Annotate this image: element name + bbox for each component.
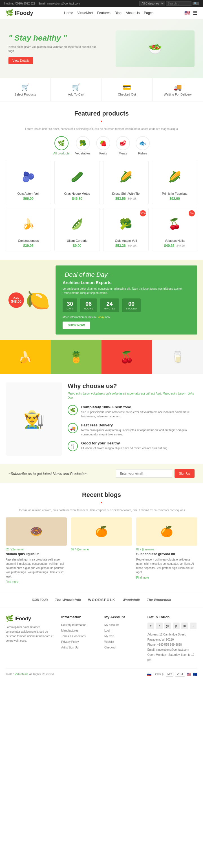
social-google[interactable]: g+ — [164, 623, 171, 629]
blog-more-0[interactable]: Find more — [6, 580, 67, 583]
vegetables-icon: 🥦 — [76, 136, 90, 150]
product-card[interactable]: 🥒 Cras Neque Metus $46.80 — [54, 161, 100, 204]
product-card[interactable]: 🌽 Dress Shirt With Tie $53.56 $64.88 — [103, 161, 149, 204]
product-price-1: $46.80 — [72, 197, 82, 200]
blog-image-1: 🍊 — [71, 518, 132, 546]
nav-pages[interactable]: Pages — [144, 11, 153, 15]
search-input[interactable] — [166, 1, 192, 6]
footer-info-link-0[interactable]: Delivery Information — [61, 623, 86, 626]
flag-russia: 🇷🇺 — [147, 672, 151, 676]
product-card[interactable]: 🍌 Consequences $39.05 — [6, 208, 51, 251]
nav-blog[interactable]: Blog — [115, 11, 121, 15]
checkout-label: Checked Out — [105, 93, 149, 96]
footer-account-link-4[interactable]: Checkout — [104, 646, 116, 649]
hero-cta-button[interactable]: View Details — [8, 57, 33, 64]
hero-section: " Stay healthy " Nemo enim ipsam volupta… — [0, 19, 203, 79]
product-card[interactable]: 🌽 Primis In Faucibus $92.00 — [152, 161, 197, 204]
social-other[interactable]: • — [190, 623, 197, 629]
category-tabs: 🌿 All products 🥦 Vegetables 🍓 Fruits 🥩 M… — [6, 136, 197, 155]
blog-more-2[interactable]: Find more — [136, 576, 197, 579]
footer-logo: 🌿 IFoody — [6, 615, 56, 622]
meats-icon: 🥩 — [116, 136, 130, 150]
why-icon-1: 🚚 — [68, 423, 78, 433]
social-facebook[interactable]: f — [147, 623, 154, 629]
footer-account-link-0[interactable]: My account — [104, 623, 119, 626]
nav-virtuemart[interactable]: VirtueMart — [77, 11, 93, 15]
why-item-2: 🍴 Good for your Healthy Ut labore et dol… — [68, 441, 197, 451]
blog-meta-0: 02 / @ername — [6, 548, 67, 551]
timer-seconds-val: 00 — [126, 301, 137, 307]
gallery-item-3: 🥛 — [152, 340, 203, 374]
social-twitter[interactable]: t — [156, 623, 163, 629]
footer-info-link-4[interactable]: Artist Sign Up — [61, 646, 78, 649]
why-item-1: 🚚 Fast Free Delivery Nemo enim ipsum vol… — [68, 423, 197, 437]
footer-info-link-3[interactable]: Privacy Policy — [61, 640, 79, 643]
deal-lemon-emoji: 🍋 — [25, 288, 50, 312]
why-item-desc-0: Sed ut perspiciatis unde omnis iste natu… — [81, 410, 197, 418]
product-card[interactable]: 🫛 Ullam Corporis $9.00 — [54, 208, 100, 251]
why-person-image: 👨‍🌾 — [6, 382, 62, 456]
delivery-icon: 🚚 — [155, 84, 200, 91]
featured-products-section: Featured products • Lorem ipsum dolor si… — [0, 101, 203, 260]
timer-days-val: 30 — [66, 301, 73, 307]
why-item-title-0: Completely 100% Fresh food — [81, 405, 197, 409]
tab-fishes[interactable]: 🐟 Fishes — [136, 136, 150, 155]
product-name-6: Quis Autem Veli — [107, 239, 145, 242]
product-card[interactable]: NEW 🥦 Quis Autem Veli $53.36 $64.88 — [103, 208, 149, 251]
feature-checkout: 💳 Checked Out — [102, 79, 152, 101]
quote-close: " — [63, 34, 67, 42]
dollar-label: Dollar $ — [154, 673, 163, 676]
vegetables-label: Vegetables — [75, 152, 90, 155]
why-item-title-2: Good for your Healthy — [81, 441, 168, 445]
product-price-5: $9.00 — [73, 244, 81, 248]
social-pinterest[interactable]: p — [173, 623, 180, 629]
timer-hours: 06 HOURS — [80, 299, 97, 312]
blog-title-0: Nullam quis ligula ut — [6, 552, 67, 556]
hamburger-icon[interactable]: ☰ — [193, 10, 197, 16]
all-products-label: All products — [53, 152, 69, 155]
product-image-6: 🥦 — [107, 211, 145, 237]
subscribe-button[interactable]: Sign Up — [175, 469, 195, 478]
blogs-desc: Ut enim ad minima veniam, quis nostrum e… — [6, 508, 197, 513]
product-name-2: Dress Shirt With Tie — [107, 192, 145, 195]
social-linkedin[interactable]: in — [181, 623, 188, 629]
tab-vegetables[interactable]: 🥦 Vegetables — [75, 136, 90, 155]
nav-home[interactable]: Home — [64, 11, 73, 15]
category-select[interactable]: All Categories — [139, 1, 165, 6]
deal-shop-button[interactable]: SHOP NOW — [63, 321, 90, 329]
footer-grid: 🌿 IFoody Lorem ipsum dolor sit amet, con… — [6, 615, 197, 662]
footer-account-link-1[interactable]: Login — [104, 629, 111, 632]
search-button[interactable]: 🔍 — [193, 2, 199, 5]
subscribe-input[interactable] — [116, 469, 172, 478]
nav-about[interactable]: About Us — [126, 11, 140, 15]
deal-only-badge: Only $48.00 — [8, 292, 24, 308]
footer-copyright-link[interactable]: VirtueMart — [14, 673, 28, 676]
footer-account-link-2[interactable]: My Cart — [104, 634, 114, 638]
main-nav: Home VirtueMart Features Blog About Us P… — [64, 11, 153, 15]
person-emoji: 👨‍🌾 — [23, 409, 45, 429]
logo[interactable]: 🌿 IFoody — [6, 9, 33, 17]
why-text-2: Good for your Healthy Ut labore et dolor… — [81, 441, 168, 451]
product-card[interactable]: 🫐 Quis Autem Veli $66.00 — [6, 161, 51, 204]
gallery-section: 🍌 🍍 🍒 🥛 — [0, 340, 203, 374]
tab-all-products[interactable]: 🌿 All products — [53, 136, 69, 155]
search-bar[interactable]: All Categories 🔍 — [139, 1, 199, 6]
footer-social: f t g+ p in • — [147, 623, 197, 629]
tab-fruits[interactable]: 🍓 Fruits — [96, 136, 110, 155]
product-card[interactable]: 5% 🍒 Voluptas Nulla $40.35 $48.06 — [152, 208, 197, 251]
deal-note-end: now — [105, 316, 110, 319]
feature-delivery: 🚚 Waiting For Delivery — [152, 79, 203, 101]
timer-days: 30 DAYS — [63, 299, 77, 312]
flag-icon[interactable]: 🇺🇸 — [184, 10, 190, 16]
nav-features[interactable]: Features — [97, 11, 110, 15]
product-name-7: Voluptas Nulla — [156, 239, 194, 242]
footer-info-link-1[interactable]: Manufactures — [61, 629, 78, 632]
timer-minutes: 24 MINUTES — [100, 299, 119, 312]
footer-info-link-2[interactable]: Terms & Conditions — [61, 634, 86, 638]
tab-meats[interactable]: 🥩 Meats — [116, 136, 130, 155]
product-old-price-2: $64.88 — [128, 197, 137, 200]
footer-account-list: My account Login My Cart Wishlist Checko… — [104, 623, 142, 649]
timer-days-label: DAYS — [66, 307, 73, 310]
why-desc: Nemo enim ipsum voluptatem quia voluptas… — [68, 392, 197, 400]
footer-account-link-3[interactable]: Wishlist — [104, 640, 114, 643]
